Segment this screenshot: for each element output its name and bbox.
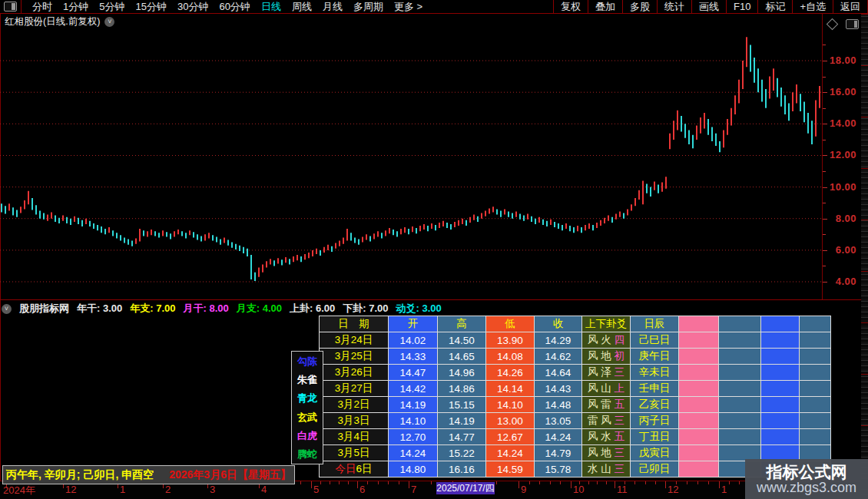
cell-rc: 庚午日 [631, 349, 679, 365]
week-tick [539, 481, 540, 484]
week-tick [634, 481, 635, 484]
cell-e3 [761, 397, 800, 413]
toolbar-action-item[interactable]: 多股 [622, 0, 657, 13]
layout-toggle-button[interactable] [0, 0, 22, 13]
cell-e3 [761, 413, 800, 429]
cell-gy: 风 雷 五 [582, 397, 631, 413]
table-header-row: 日 期开高低收上下卦爻日辰 [320, 316, 831, 332]
cell-c: 14.62 [535, 349, 582, 365]
toolbar-period-item[interactable]: 月线 [317, 0, 348, 13]
cell-l: 14.08 [486, 349, 535, 365]
price-label: 14.00 [830, 117, 856, 129]
cell-e1 [679, 397, 719, 413]
yao-text: 五 [615, 431, 625, 442]
cell-h: 14.96 [438, 365, 486, 381]
cell-l: 13.90 [486, 332, 535, 349]
toolbar-period-item[interactable]: 日线 [256, 0, 287, 13]
toolbar-period-item[interactable]: 30分钟 [172, 0, 214, 13]
week-tick [339, 481, 340, 484]
gua-text: 风 泽 [588, 366, 615, 378]
yao-text: 上 [615, 382, 625, 394]
cell-e4 [800, 381, 831, 397]
yao-text: 三 [615, 463, 625, 474]
cell-d: 3月27日 [320, 381, 389, 397]
right-edge-panel [861, 14, 868, 499]
week-tick [320, 481, 321, 484]
price-label: 18.00 [830, 55, 856, 66]
cell-e1 [679, 349, 719, 365]
liushen-label: 青龙 [297, 393, 317, 403]
toolbar-period-item[interactable]: 15分钟 [130, 0, 171, 13]
cell-o: 14.19 [389, 397, 438, 413]
indicator-collapse-icon[interactable]: ˅ [2, 304, 12, 314]
price-label: 4.00 [836, 276, 856, 287]
toolbar-period-item[interactable]: 60分钟 [214, 0, 255, 13]
gua-text: 风 山 [588, 382, 615, 394]
month-tick [571, 481, 571, 488]
toolbar-action-item[interactable]: 复权 [553, 0, 588, 13]
week-tick [348, 481, 349, 484]
cell-l: 14.26 [486, 365, 535, 381]
cell-e4 [800, 365, 831, 381]
cell-d: 3月2日 [320, 397, 389, 413]
cell-o: 14.80 [389, 461, 438, 478]
week-tick [300, 481, 301, 484]
toolbar-period-item[interactable]: 1分钟 [58, 0, 94, 13]
cell-e1 [679, 332, 719, 349]
week-tick [378, 481, 379, 484]
month-label: 2 [165, 484, 171, 495]
cell-l: 14.59 [486, 461, 535, 478]
indicator-param: 年干: 3.00 [77, 302, 122, 316]
toolbar-action-item[interactable]: 叠加 [588, 0, 622, 13]
cell-e2 [719, 381, 761, 397]
cell-e3 [761, 365, 800, 381]
toolbar-action-item[interactable]: +自选 [792, 0, 833, 13]
month-label: 6 [359, 484, 365, 495]
top-toolbar: 分时1分钟5分钟15分钟30分钟60分钟日线周线月线多周期更多 > 复权叠加多股… [0, 0, 868, 14]
price-minor-tick [823, 108, 826, 109]
price-minor-tick [823, 171, 826, 172]
price-axis: 18.0016.0014.0012.0010.008.006.004.00 [822, 14, 862, 299]
toolbar-period-item[interactable]: 多周期 [348, 0, 389, 13]
table-row: 3月2日14.1915.1514.1014.48风 雷 五乙亥日 [320, 397, 831, 413]
cell-rc: 戊寅日 [631, 445, 679, 461]
toolbar-action-item[interactable]: F10 [726, 0, 757, 13]
cell-c: 14.29 [535, 332, 582, 349]
cell-gy: 风 火 四 [582, 332, 631, 349]
cell-e2 [719, 332, 761, 349]
gua-text: 风 雷 [588, 398, 615, 410]
month-label: 11 [617, 484, 628, 495]
month-tick [518, 481, 519, 488]
toolbar-action-item[interactable]: 标记 [757, 0, 792, 13]
cell-o: 14.02 [389, 332, 438, 349]
cell-d: 3月4日 [320, 429, 389, 445]
cell-l: 12.67 [486, 429, 535, 445]
price-minor-tick [823, 140, 826, 140]
month-tick [409, 481, 409, 488]
column-header: 低 [486, 316, 535, 332]
month-label: 9 [521, 484, 526, 495]
cell-gy: 风 泽 三 [582, 365, 631, 381]
table-row: 3月26日14.4714.9614.2614.64风 泽 三辛未日 [320, 365, 831, 381]
cell-o: 14.33 [389, 349, 438, 365]
toolbar-period-item[interactable]: 5分钟 [94, 0, 130, 13]
cell-h: 16.16 [438, 461, 486, 478]
cell-e1 [679, 445, 719, 461]
toolbar-period-item[interactable]: 周线 [287, 0, 317, 13]
table-row: 3月4日12.7014.7712.6714.24风 水 五丁丑日 [320, 429, 831, 445]
price-major-tick [823, 250, 827, 251]
toolbar-action-item[interactable]: 画线 [691, 0, 726, 13]
price-label: 12.00 [830, 149, 856, 160]
week-tick [708, 481, 709, 484]
toolbar-period-item[interactable]: 分时 [27, 0, 58, 13]
cell-c: 14.43 [535, 381, 582, 397]
toolbar-action-item[interactable]: 统计 [657, 0, 691, 13]
cell-e1 [679, 413, 719, 429]
toolbar-period-item[interactable]: 更多 > [389, 0, 428, 13]
candlestick-chart[interactable] [0, 14, 822, 299]
toolbar-action-item[interactable]: 返回 [833, 0, 868, 13]
table-row: 3月27日14.4214.8614.1414.43风 山 上壬申日 [320, 381, 831, 397]
cell-e4 [800, 397, 831, 413]
cell-h: 14.86 [438, 381, 486, 397]
watermark-box: 指标公式网 www.zbgs3.com [745, 459, 868, 499]
